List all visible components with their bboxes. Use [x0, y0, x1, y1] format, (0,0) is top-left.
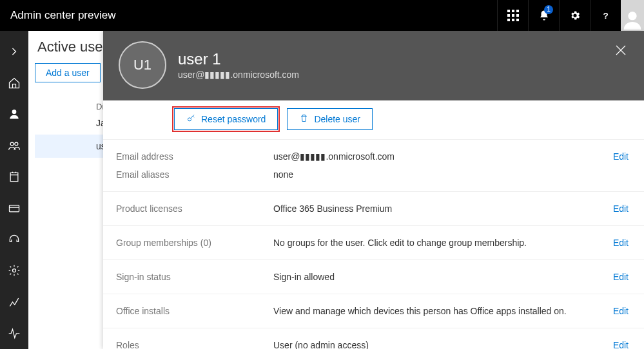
svg-rect-5 [516, 14, 519, 17]
roles-label: Roles [116, 340, 273, 349]
support-icon[interactable] [0, 224, 28, 256]
home-icon[interactable] [0, 68, 28, 99]
group-mem-label: Group memberships (0) [116, 238, 273, 248]
svg-point-12 [10, 142, 14, 146]
detail-user-email: user@▮▮▮▮▮.onmicrosoft.com [178, 70, 299, 80]
office-installs-value: View and manage which devices this perso… [273, 306, 596, 316]
reset-password-button[interactable]: Reset password [174, 108, 278, 130]
user-avatar: U1 [119, 41, 166, 89]
key-icon [186, 113, 196, 125]
svg-rect-8 [516, 19, 519, 21]
nav-expand-icon[interactable] [0, 36, 28, 68]
close-icon[interactable] [613, 42, 629, 58]
office-installs-label: Office installs [116, 306, 273, 316]
svg-rect-2 [516, 10, 519, 12]
svg-point-13 [15, 142, 18, 146]
svg-point-11 [12, 110, 17, 115]
svg-rect-0 [507, 10, 510, 12]
product-licenses-label: Product licenses [116, 203, 273, 214]
svg-text:?: ? [603, 11, 608, 21]
svg-rect-15 [10, 205, 19, 212]
detail-header: U1 user 1 user@▮▮▮▮▮.onmicrosoft.com [103, 31, 644, 100]
reports-icon[interactable] [0, 287, 28, 318]
profile-avatar[interactable] [621, 0, 644, 31]
health-icon[interactable] [0, 317, 28, 349]
edit-email-link[interactable]: Edit [596, 151, 629, 162]
detail-actions: Reset password Delete user [103, 100, 644, 140]
group-mem-value: No groups for the user. Click edit to ch… [273, 238, 596, 248]
delete-user-button[interactable]: Delete user [287, 108, 373, 130]
svg-rect-7 [512, 19, 514, 21]
delete-user-label: Delete user [314, 114, 360, 124]
waffle-icon[interactable] [497, 0, 528, 31]
email-address-label: Email address [116, 151, 273, 162]
topbar-title: Admin center preview [10, 9, 115, 22]
settings-gear-icon[interactable] [559, 0, 590, 31]
left-nav [0, 31, 28, 349]
notifications-icon[interactable]: 1 [528, 0, 559, 31]
svg-rect-14 [10, 173, 18, 181]
sign-in-value: Sign-in allowed [273, 272, 596, 282]
edit-groups-link[interactable]: Edit [596, 238, 629, 248]
svg-rect-3 [507, 14, 510, 17]
svg-point-17 [188, 118, 191, 121]
email-address-value: user@▮▮▮▮▮.onmicrosoft.com [273, 151, 596, 162]
reset-password-label: Reset password [201, 114, 266, 124]
product-licenses-value: Office 365 Business Premium [273, 203, 596, 214]
edit-roles-link[interactable]: Edit [596, 340, 629, 349]
email-aliases-label: Email aliases [116, 169, 273, 180]
billing-icon[interactable] [0, 193, 28, 224]
notification-badge: 1 [544, 5, 553, 14]
sign-in-label: Sign-in status [116, 272, 273, 282]
add-user-button[interactable]: Add a user [35, 63, 101, 82]
groups-icon[interactable] [0, 130, 28, 162]
settings-icon[interactable] [0, 255, 28, 287]
svg-point-10 [628, 12, 636, 20]
roles-value: User (no admin access) [273, 340, 596, 349]
topbar-right: 1 ? [497, 0, 644, 31]
help-icon[interactable]: ? [590, 0, 621, 31]
detail-user-name: user 1 [178, 50, 299, 68]
resources-icon[interactable] [0, 161, 28, 193]
email-aliases-value: none [273, 169, 596, 180]
user-detail-pane: U1 user 1 user@▮▮▮▮▮.onmicrosoft.com Res… [103, 31, 644, 349]
user-icon[interactable] [0, 99, 28, 130]
svg-rect-4 [512, 14, 514, 17]
svg-rect-6 [507, 19, 510, 21]
edit-signin-link[interactable]: Edit [596, 272, 629, 282]
edit-licenses-link[interactable]: Edit [596, 203, 629, 214]
svg-rect-1 [512, 10, 514, 12]
detail-body: Email address user@▮▮▮▮▮.onmicrosoft.com… [103, 140, 644, 349]
edit-office-link[interactable]: Edit [596, 306, 629, 316]
trash-icon [299, 113, 309, 125]
svg-point-16 [13, 269, 16, 272]
top-bar: Admin center preview 1 ? [0, 0, 644, 31]
